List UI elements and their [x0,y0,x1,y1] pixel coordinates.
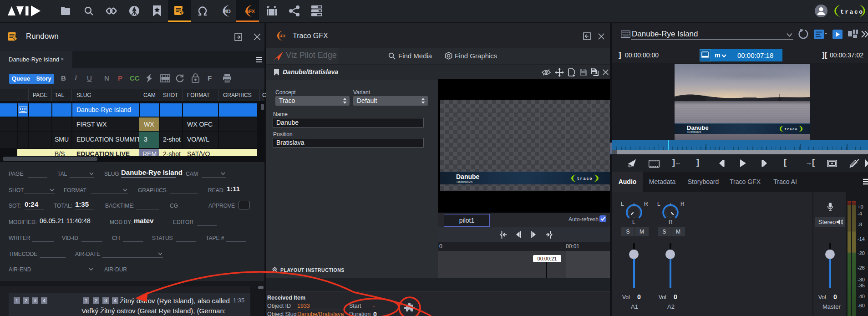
svg-text:GFX: GFX [278,34,286,38]
svg-text:GFX: GFX [245,9,255,14]
svg-text:MD: MD [223,9,231,14]
svg-text:traco: traco [840,9,864,15]
svg-text:traco: traco [577,177,593,181]
svg-text:traco: traco [784,127,797,131]
